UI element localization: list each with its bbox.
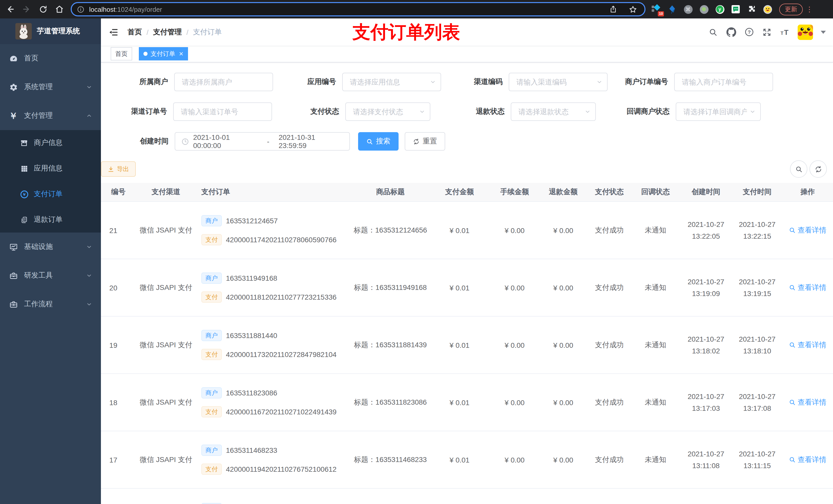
- sidebar-submenu-payment: 商户信息 应用信息 ￥ 支付订单: [0, 130, 101, 233]
- merchant-no: 1635311468233: [226, 446, 277, 454]
- cell-pay-order: 商户1635311251736: [196, 489, 352, 504]
- cell-status: 支付成功: [588, 340, 631, 350]
- browser-home-button[interactable]: [53, 3, 66, 15]
- cell-notify: 未通知: [631, 455, 680, 464]
- filter-label: 商户订单编号: [608, 77, 668, 87]
- cell-paid: 2021-10-2713:18:10: [732, 333, 782, 357]
- sidebar: 芋道管理系统 首页 系统管理 ￥ 支付管理: [0, 19, 101, 504]
- sidebar-item-workflow[interactable]: 工作流程: [0, 290, 101, 318]
- chevron-down-icon: [86, 84, 92, 90]
- refresh-table-button[interactable]: [809, 160, 827, 178]
- view-detail-link[interactable]: 查看详情: [782, 225, 833, 235]
- cell-title: 标题：1635311949168: [352, 283, 429, 292]
- magnifier-icon: [789, 342, 795, 348]
- browser-reload-button[interactable]: [37, 3, 49, 15]
- view-detail-link[interactable]: 查看详情: [782, 283, 833, 292]
- sidebar-item-dev-tools[interactable]: 研发工具: [0, 261, 101, 290]
- sidebar-logo-row[interactable]: 芋道管理系统: [0, 19, 101, 44]
- browser-forward-button[interactable]: [21, 3, 33, 15]
- app-select-input[interactable]: [342, 73, 441, 91]
- refund-status-select-input[interactable]: [511, 102, 596, 121]
- cell-fee: ¥ 0.00: [490, 226, 539, 234]
- extension-kite-icon[interactable]: [668, 5, 677, 14]
- reset-button[interactable]: 重置: [405, 132, 445, 150]
- sidebar-item-merchant-info[interactable]: 商户信息: [0, 130, 101, 156]
- close-icon[interactable]: ✕: [179, 48, 184, 60]
- share-icon[interactable]: [609, 5, 617, 13]
- extension-emoji-icon[interactable]: [763, 5, 772, 14]
- toolbox-icon: [9, 300, 18, 309]
- extension-chat-icon[interactable]: [731, 5, 740, 14]
- date-range-picker[interactable]: 2021-10-01 00:00:00 - 2021-10-31 23:59:5…: [175, 132, 350, 150]
- tag-home[interactable]: 首页: [111, 47, 132, 61]
- sidebar-item-refund-order[interactable]: 退款订单: [0, 207, 101, 233]
- cell-created: 2021-10-2713:17:03: [680, 390, 732, 414]
- cell-refund: ¥ 0.00: [539, 226, 588, 234]
- view-detail-link[interactable]: 查看详情: [782, 340, 833, 350]
- sidebar-item-payment[interactable]: ￥ 支付管理: [0, 101, 101, 130]
- browser-menu-icon[interactable]: ⋮: [806, 5, 813, 13]
- breadcrumb-pay-manage[interactable]: 支付管理: [153, 27, 182, 37]
- avatar[interactable]: [798, 24, 813, 40]
- sidebar-item-home[interactable]: 首页: [0, 44, 101, 73]
- search-button[interactable]: 搜索: [358, 132, 399, 150]
- yen-icon: ￥: [9, 110, 18, 122]
- export-button-label: 导出: [117, 165, 129, 173]
- notify-status-select-input[interactable]: [676, 102, 761, 121]
- tag-pay-order[interactable]: 支付订单 ✕: [139, 47, 188, 61]
- help-icon[interactable]: ?: [744, 27, 754, 37]
- cell-notify: 未通知: [631, 283, 680, 292]
- extension-gem-icon[interactable]: 10: [652, 5, 661, 14]
- extension-circle-dot-icon[interactable]: [699, 5, 709, 14]
- cell-channel: 微信 JSAPI 支付: [136, 455, 196, 464]
- magnifier-icon: [789, 284, 795, 291]
- info-icon[interactable]: [77, 5, 85, 13]
- export-button[interactable]: 导出: [101, 161, 136, 177]
- github-icon[interactable]: [726, 27, 736, 37]
- browser-back-button[interactable]: [4, 3, 16, 15]
- cell-notify: 未通知: [631, 398, 680, 407]
- cell-amount: ¥ 0.01: [429, 284, 490, 292]
- font-size-icon[interactable]: TT: [780, 27, 790, 37]
- cell-channel: 微信 JSAPI 支付: [136, 225, 196, 235]
- breadcrumb-home[interactable]: 首页: [127, 27, 142, 37]
- extension-y-icon[interactable]: y: [715, 5, 724, 14]
- channel-order-no-input[interactable]: [173, 102, 272, 121]
- col-created: 创建时间: [680, 188, 732, 197]
- extension-command-icon[interactable]: ⌘: [684, 5, 693, 14]
- document-copy-icon: [20, 216, 29, 223]
- sidebar-item-app-info[interactable]: 应用信息: [0, 156, 101, 181]
- browser-extensions: 10 ⌘ y: [652, 5, 772, 14]
- browser-update-button[interactable]: 更新: [779, 3, 803, 15]
- chevron-down-icon: [419, 109, 425, 115]
- browser-chrome: localhost:1024/pay/order 10 ⌘: [0, 0, 833, 19]
- merchant-no: 1635311949168: [226, 274, 277, 282]
- url-bar[interactable]: localhost:1024/pay/order: [71, 2, 645, 16]
- col-paid: 支付时间: [732, 188, 782, 197]
- extension-puzzle-icon[interactable]: [747, 5, 756, 14]
- show-search-button[interactable]: [790, 160, 807, 178]
- sidebar-item-pay-order[interactable]: ￥ 支付订单: [0, 181, 101, 207]
- bookmark-star-icon[interactable]: [628, 5, 637, 14]
- view-detail-link[interactable]: 查看详情: [782, 398, 833, 407]
- pay-status-select-input[interactable]: [345, 102, 430, 121]
- sidebar-item-infrastructure[interactable]: 基础设施: [0, 233, 101, 261]
- cell-title: 标题：1635311823086: [352, 398, 429, 407]
- title-prefix: 标题：: [354, 283, 376, 291]
- merchant-select-input[interactable]: [174, 73, 273, 91]
- cell-id: 21: [101, 226, 136, 234]
- filter-label: 回调商户状态: [596, 107, 670, 116]
- avatar-caret-icon[interactable]: [821, 30, 826, 33]
- merchant-tag: 商户: [201, 215, 222, 226]
- fullscreen-icon[interactable]: [762, 27, 772, 37]
- pay-no: 4200001167202110271022491439: [226, 408, 337, 416]
- cell-id: 20: [101, 284, 136, 292]
- sidebar-collapse-icon[interactable]: [108, 26, 119, 38]
- channel-code-select-input[interactable]: [509, 73, 608, 91]
- merchant-order-no-input[interactable]: [674, 73, 773, 91]
- view-detail-link[interactable]: 查看详情: [782, 455, 833, 464]
- date-end: 2021-10-31 23:59:59: [279, 133, 343, 149]
- pay-tag: 支付: [201, 349, 222, 360]
- sidebar-item-system[interactable]: 系统管理: [0, 73, 101, 101]
- search-icon[interactable]: [708, 27, 718, 37]
